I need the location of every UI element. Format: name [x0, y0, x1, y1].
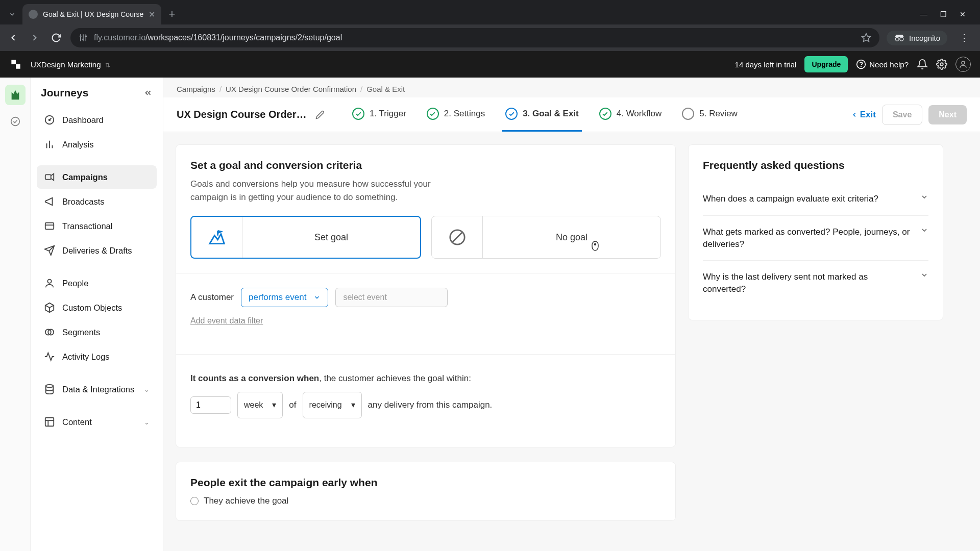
reload-button[interactable]: [49, 31, 63, 45]
product-rail: [0, 78, 31, 551]
url-text: fly.customer.io/workspaces/160831/journe…: [94, 33, 855, 42]
edit-title-icon[interactable]: [315, 110, 325, 119]
sidebar-item-broadcasts[interactable]: Broadcasts: [37, 190, 157, 213]
account-avatar[interactable]: [955, 57, 971, 72]
goal-heading: Set a goal and conversion criteria: [190, 159, 661, 171]
goal-description: Goals and conversions help you measure h…: [190, 178, 456, 204]
svg-line-35: [452, 232, 462, 242]
close-window-icon[interactable]: ✕: [958, 9, 968, 19]
faq-item-0[interactable]: When does a campaign evaluate exit crite…: [703, 183, 928, 216]
step-check-icon: [682, 108, 694, 120]
sidebar-item-activity-logs[interactable]: Activity Logs: [37, 345, 157, 368]
step--goal-exit[interactable]: 3. Goal & Exit: [502, 97, 582, 132]
next-button[interactable]: Next: [928, 105, 967, 124]
sidebar-item-custom-objects[interactable]: Custom Objects: [37, 296, 157, 319]
event-select[interactable]: select event: [335, 288, 448, 307]
faq-item-2[interactable]: Why is the last delivery sent not marked…: [703, 261, 928, 306]
rail-item-2[interactable]: [5, 111, 26, 132]
close-tab-icon[interactable]: ✕: [149, 10, 155, 19]
bookmark-icon[interactable]: [861, 33, 871, 43]
chevron-down-icon: ⌄: [144, 418, 150, 426]
app-logo-icon: [9, 58, 22, 71]
step-check-icon: [352, 108, 364, 120]
sidebar-item-content[interactable]: Content⌄: [37, 410, 157, 434]
save-button[interactable]: Save: [882, 105, 922, 125]
page-title: UX Design Course Order Confi…: [177, 109, 309, 120]
settings-icon[interactable]: [936, 59, 947, 70]
step-check-icon: [505, 108, 518, 120]
workspace-switcher[interactable]: UXDesign Marketing ⇅: [31, 60, 110, 69]
need-help-link[interactable]: Need help?: [856, 59, 909, 69]
sidebar-title: Journeys: [41, 87, 88, 99]
faq-item-1[interactable]: What gets marked as converted? People, j…: [703, 216, 928, 261]
svg-rect-23: [45, 223, 54, 230]
maximize-icon[interactable]: ❐: [938, 9, 948, 19]
caret-icon: ▾: [351, 396, 355, 414]
svg-point-29: [46, 385, 54, 388]
collapse-sidebar-icon[interactable]: [143, 88, 153, 97]
browser-tab[interactable]: Goal & Exit | UX Design Course ✕: [22, 4, 161, 24]
sidebar-item-segments[interactable]: Segments: [37, 320, 157, 344]
exit-option-achieve-goal[interactable]: They achieve the goal: [190, 496, 661, 506]
sidebar-item-campaigns[interactable]: Campaigns: [37, 165, 157, 189]
favicon: [29, 10, 38, 19]
svg-point-18: [49, 119, 51, 121]
browser-menu-icon[interactable]: ⋮: [954, 32, 974, 43]
exit-link[interactable]: Exit: [851, 110, 876, 120]
browser-chrome: Goal & Exit | UX Design Course ✕ + — ❐ ✕…: [0, 0, 980, 51]
forward-button[interactable]: [28, 31, 42, 45]
goal-option-none[interactable]: No goal: [431, 216, 661, 259]
sidebar-item-deliveries-drafts[interactable]: Deliveries & Drafts: [37, 239, 157, 262]
caret-icon: ▾: [272, 396, 276, 414]
radio-icon: [190, 497, 199, 505]
sidebar-item-dashboard[interactable]: Dashboard: [37, 108, 157, 132]
condition-dropdown[interactable]: performs event: [241, 288, 328, 307]
upgrade-button[interactable]: Upgrade: [804, 56, 848, 72]
no-goal-icon: [432, 216, 483, 258]
notifications-icon[interactable]: [917, 59, 928, 70]
conversion-number-input[interactable]: [190, 396, 231, 414]
svg-point-1: [83, 39, 84, 40]
step--settings[interactable]: 2. Settings: [424, 97, 488, 132]
svg-point-15: [962, 61, 965, 64]
rail-journeys[interactable]: [5, 85, 26, 105]
tab-list-dropdown[interactable]: [4, 6, 20, 22]
step--review[interactable]: 5. Review: [679, 97, 741, 132]
svg-point-14: [940, 63, 943, 66]
sidebar-item-analysis[interactable]: Analysis: [37, 133, 157, 156]
svg-point-36: [595, 244, 596, 245]
breadcrumb-current: Goal & Exit: [366, 85, 405, 93]
faq-panel: Frequently asked questions When does a c…: [688, 144, 943, 320]
app-header: UXDesign Marketing ⇅ 14 days left in tri…: [0, 51, 980, 78]
back-button[interactable]: [6, 31, 20, 45]
new-tab-button[interactable]: +: [163, 8, 180, 21]
minimize-icon[interactable]: —: [919, 9, 929, 19]
exit-card: People exit the campaign early when They…: [176, 462, 676, 521]
conversion-unit-dropdown[interactable]: week ▾: [237, 392, 283, 418]
conversion-mode-dropdown[interactable]: receiving ▾: [303, 392, 362, 418]
incognito-badge[interactable]: Incognito: [887, 31, 947, 45]
sidebar-item-transactional[interactable]: Transactional: [37, 214, 157, 238]
tab-title: Goal & Exit | UX Design Course: [43, 10, 143, 18]
step--workflow[interactable]: 4. Workflow: [596, 97, 665, 132]
goal-card: Set a goal and conversion criteria Goals…: [176, 144, 676, 447]
cursor-icon: [591, 240, 600, 252]
step-check-icon: [599, 108, 611, 120]
breadcrumb-campaign-name[interactable]: UX Design Course Order Confirmation: [226, 85, 356, 93]
mountain-flag-icon: [191, 217, 242, 258]
step-check-icon: [427, 108, 439, 120]
sidebar-item-data-integrations[interactable]: Data & Integrations⌄: [37, 378, 157, 401]
add-event-filter-link[interactable]: Add event data filter: [190, 316, 263, 325]
address-bar[interactable]: fly.customer.io/workspaces/160831/journe…: [70, 28, 879, 47]
breadcrumb-campaigns[interactable]: Campaigns: [177, 85, 215, 93]
svg-point-25: [47, 280, 51, 283]
conversion-prefix: It counts as a conversion when: [190, 373, 319, 383]
sidebar-item-people[interactable]: People: [37, 271, 157, 295]
chevron-down-icon: [920, 193, 928, 201]
svg-rect-30: [45, 418, 54, 427]
goal-option-set[interactable]: Set goal: [190, 216, 421, 259]
step--trigger[interactable]: 1. Trigger: [349, 97, 409, 132]
page-header: UX Design Course Order Confi… 1. Trigger…: [163, 97, 980, 132]
sidebar: Journeys DashboardAnalysisCampaignsBroad…: [31, 78, 163, 551]
site-settings-icon[interactable]: [79, 33, 88, 42]
